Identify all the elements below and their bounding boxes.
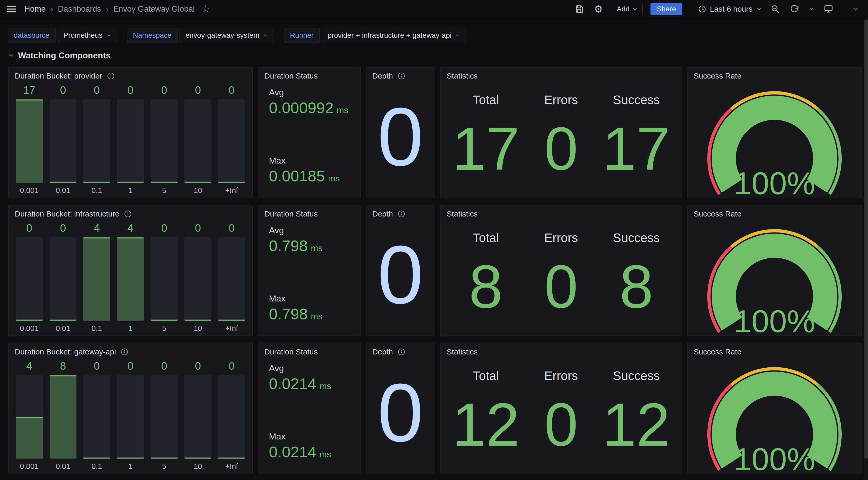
bar-value-label: 0 <box>184 359 212 376</box>
avg-stat: Avg 0.798ms <box>269 225 361 255</box>
clock-icon <box>698 5 706 13</box>
bar-column: 00.01 <box>50 221 77 333</box>
namespace-select[interactable]: envoy-gateway-system <box>180 28 274 43</box>
max-stat: Max 0.798ms <box>269 294 361 323</box>
bar-fill <box>16 99 43 183</box>
menu-icon[interactable] <box>7 6 16 12</box>
dashboard-grid: Duration Bucket: provider 170.00100.0100… <box>8 67 862 474</box>
datasource-select[interactable]: Prometheus <box>58 28 117 43</box>
share-button[interactable]: Share <box>650 3 682 15</box>
panel-title[interactable]: Success Rate <box>693 348 741 356</box>
bar-gauge: 170.00100.0100.101050100+Inf <box>16 83 245 195</box>
info-icon[interactable] <box>107 72 115 80</box>
bar-column: 00.1 <box>83 83 110 195</box>
bar-x-axis-label: 0.1 <box>83 458 110 471</box>
breadcrumb-home[interactable]: Home <box>24 4 46 14</box>
scrollbar-thumb[interactable] <box>864 20 868 459</box>
panel-title[interactable]: Duration Status <box>264 71 318 80</box>
avg-stat: Avg 0.0214ms <box>269 363 361 393</box>
bar-track <box>83 237 110 321</box>
bar-fill <box>151 182 178 183</box>
info-icon[interactable] <box>398 210 405 218</box>
bar-x-axis-label: 0.1 <box>83 321 110 333</box>
bar-track <box>50 99 77 183</box>
panel-duration-bucket-provider: Duration Bucket: provider 170.00100.0100… <box>8 67 253 199</box>
bar-fill <box>184 182 212 183</box>
avg-value: 0.798 <box>269 237 308 255</box>
bar-value-label: 0 <box>117 359 144 376</box>
runner-select[interactable]: provider + infrastructure + gateway-api <box>322 28 466 43</box>
panel-title[interactable]: Duration Status <box>264 348 318 356</box>
info-icon[interactable] <box>121 348 128 356</box>
breadcrumb-dashboards[interactable]: Dashboards <box>58 4 101 14</box>
bar-x-axis-label: 0.001 <box>16 321 43 333</box>
panel-title[interactable]: Success Rate <box>693 71 741 80</box>
row-section-watching-components[interactable]: Watching Components <box>0 43 868 60</box>
bar-track <box>16 99 43 183</box>
vertical-scrollbar[interactable] <box>864 19 868 480</box>
top-navigation-bar: Home › Dashboards › Envoy Gateway Global… <box>0 0 868 18</box>
bar-x-axis-label: 5 <box>151 458 178 471</box>
bar-track <box>117 376 144 458</box>
bar-track <box>151 376 178 458</box>
time-range-picker[interactable]: Last 6 hours <box>698 5 762 13</box>
bar-fill <box>218 457 245 458</box>
collapse-topbar-chevron-icon[interactable] <box>850 3 861 15</box>
stat-success: Success17 <box>599 85 674 190</box>
stat-total: Total17 <box>448 85 523 190</box>
bar-x-axis-label: 0.01 <box>50 321 77 333</box>
panel-title[interactable]: Statistics <box>447 348 478 356</box>
template-variables-row: datasource Prometheus Namespace envoy-ga… <box>0 18 868 43</box>
bar-fill <box>83 237 110 321</box>
panel-title[interactable]: Statistics <box>447 210 478 218</box>
bar-column: 41 <box>117 221 144 333</box>
panel-statistics-provider: Statistics Total17 Errors0 Success17 <box>440 67 682 199</box>
bar-track <box>151 99 178 183</box>
stat-total: Total8 <box>448 222 523 328</box>
panel-title[interactable]: Duration Bucket: infrastructure <box>15 210 119 218</box>
bar-x-axis-label: +Inf <box>218 183 245 195</box>
zoom-out-time-icon[interactable] <box>770 3 781 15</box>
variable-label: Runner <box>284 28 319 43</box>
bar-column: 0+Inf <box>218 359 245 471</box>
bar-fill <box>50 320 77 321</box>
bar-value-label: 4 <box>117 221 144 237</box>
panel-title[interactable]: Statistics <box>447 71 478 80</box>
panel-title[interactable]: Success Rate <box>693 210 741 218</box>
info-icon[interactable] <box>124 210 132 218</box>
panel-title[interactable]: Depth <box>372 71 393 80</box>
bar-column: 170.001 <box>16 83 43 195</box>
info-icon[interactable] <box>398 72 405 80</box>
section-collapse-chevron-icon <box>8 52 14 59</box>
bar-value-label: 0 <box>151 221 178 237</box>
max-value: 0.798 <box>269 305 308 323</box>
panel-title[interactable]: Depth <box>372 210 393 218</box>
bar-x-axis-label: 5 <box>151 321 178 333</box>
panel-depth-provider: Depth 0 <box>366 67 435 199</box>
bar-track <box>50 237 77 321</box>
panel-title[interactable]: Duration Bucket: provider <box>15 71 102 80</box>
bar-fill <box>16 417 43 458</box>
bar-column: 0+Inf <box>218 221 245 333</box>
dashboard-settings-gear-icon[interactable]: ⚙ <box>593 3 604 15</box>
refresh-interval-chevron-icon[interactable] <box>808 3 815 15</box>
bar-value-label: 0 <box>50 83 77 99</box>
kiosk-tv-mode-icon[interactable] <box>823 3 834 15</box>
panel-title[interactable]: Duration Status <box>264 210 318 218</box>
bar-fill <box>184 320 212 321</box>
bar-value-label: 0 <box>83 359 110 376</box>
refresh-icon[interactable] <box>789 3 800 15</box>
bar-fill <box>151 457 178 458</box>
panel-title[interactable]: Depth <box>372 348 393 356</box>
breadcrumb: Home › Dashboards › Envoy Gateway Global <box>24 4 195 14</box>
bar-fill <box>117 237 144 321</box>
stat-errors: Errors0 <box>523 85 598 190</box>
bar-x-axis-label: +Inf <box>218 458 245 471</box>
save-dashboard-icon[interactable] <box>574 3 585 15</box>
favorite-star-icon[interactable]: ☆ <box>202 4 210 14</box>
bar-track <box>83 99 110 183</box>
panel-title[interactable]: Duration Bucket: gateway-api <box>15 348 116 356</box>
bar-fill <box>184 457 212 458</box>
info-icon[interactable] <box>398 348 405 356</box>
add-button[interactable]: Add <box>612 3 643 15</box>
